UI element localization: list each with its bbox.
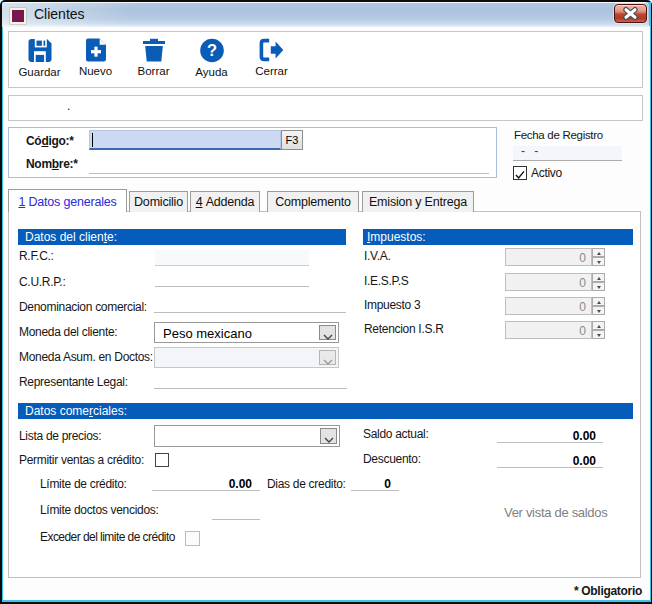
svg-text:?: ? [206, 41, 216, 59]
